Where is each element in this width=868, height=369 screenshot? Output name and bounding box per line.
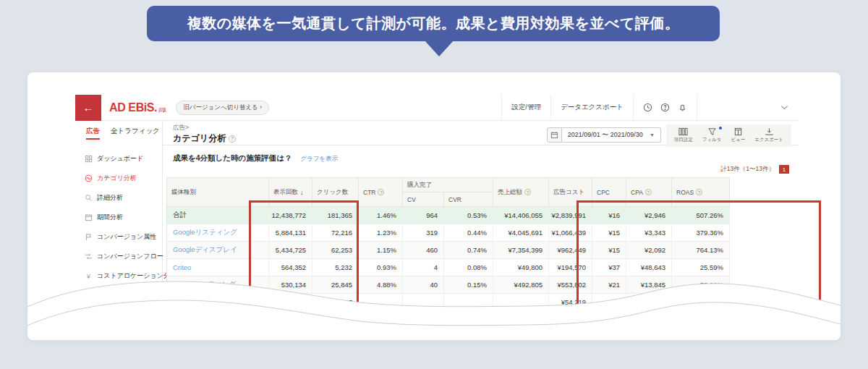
title-help-icon[interactable]: ? <box>229 135 236 143</box>
col-header-impressions[interactable]: 表示回数 ↓ <box>269 178 312 207</box>
sidebar-item-label: カテゴリ分析 <box>97 174 137 183</box>
sort-desc-icon[interactable]: ↓ <box>300 189 304 196</box>
view-icon <box>733 127 743 136</box>
export-download-icon <box>765 127 774 136</box>
view-button[interactable]: ビュー <box>731 127 745 145</box>
cell-cv: 964 <box>403 207 444 224</box>
calendar-icon[interactable] <box>547 127 562 143</box>
col-header-cost[interactable]: 広告コスト <box>549 178 592 207</box>
back-button[interactable]: ← <box>75 95 101 121</box>
cell-impressions: 5,434,725 <box>269 242 312 259</box>
date-range-input[interactable]: 2021/09/01 〜 2021/09/30 ▼ <box>562 127 661 143</box>
navbar-icons <box>633 95 697 120</box>
sidebar-item-yen[interactable]: ¥コストアロケーション分析 <box>75 266 162 286</box>
cell-cpc: ¥15 <box>592 224 626 242</box>
cell-impressions <box>269 294 312 311</box>
bell-icon[interactable] <box>678 103 687 112</box>
cell-roas: 25.59% <box>672 259 730 276</box>
breadcrumb: 広告> <box>173 124 236 132</box>
cell-cpa: ¥2,946 <box>626 207 672 224</box>
page-title: カテゴリ分析 ? <box>173 132 236 145</box>
category-table: 媒体種別 表示回数 ↓ クリック数 CTR ? 購入完了 CV CVR 売上総額 <box>166 177 730 311</box>
roas-help-icon[interactable]: ? <box>696 189 702 195</box>
question-bar: 成果を4分類した時の施策評価は？ グラフを表示 <box>163 145 799 164</box>
cell-cpa: ¥3,343 <box>626 224 672 242</box>
search-icon <box>85 194 93 202</box>
history-clock-icon[interactable] <box>643 103 652 112</box>
result-count: 計13件（1〜13件） 1 <box>720 165 789 174</box>
cell-ctr: 1.15% <box>359 242 403 259</box>
filter-active-dot <box>719 127 722 130</box>
version-switch-button[interactable]: 旧バージョンへ切り替える › <box>176 101 269 115</box>
cell-revenue <box>493 294 549 311</box>
col-header-clicks[interactable]: クリック数 <box>312 178 359 207</box>
date-range-picker: 2021/09/01 〜 2021/09/30 ▼ <box>547 127 661 143</box>
sidebar-item-calendar[interactable]: 期間分析 <box>75 208 162 227</box>
cell-ctr: 0.93% <box>359 259 403 276</box>
col-header-roas[interactable]: ROAS ? <box>672 178 730 207</box>
sidebar-item-label: 詳細分析 <box>97 193 123 203</box>
sidebar-item-category[interactable]: カテゴリ分析 <box>75 169 162 188</box>
cell-cvr: 0.08% <box>444 259 493 276</box>
col-header-cvr[interactable]: CVR <box>444 192 493 207</box>
chevron-down-icon[interactable] <box>780 104 788 111</box>
tab-all-traffic[interactable]: 全トラフィック <box>111 127 160 140</box>
tab-ads[interactable]: 広告 <box>86 127 100 140</box>
flag-icon <box>85 233 93 241</box>
cell-cost: ¥962,449 <box>549 242 592 259</box>
cell-cost: ¥54,219 <box>549 294 592 311</box>
filter-icon <box>707 127 717 136</box>
sidebar-item-label: ダッシュボード <box>97 154 143 164</box>
cell-roas <box>672 294 730 311</box>
cell-roas: 507.26% <box>672 207 730 224</box>
media-cell[interactable]: Criteo <box>167 259 269 276</box>
cell-cpa: ¥2,092 <box>626 242 672 259</box>
sidebar-item-label: LTV分析 <box>97 291 122 300</box>
sidebar-item-label: コンバージョン属性 <box>97 232 156 242</box>
cell-roas: 379.36% <box>672 224 730 242</box>
cell-cpc: ¥37 <box>592 259 626 276</box>
sidebar-item-dashboard[interactable]: ダッシュボード <box>75 149 162 169</box>
cell-revenue: ¥492,805 <box>493 276 549 294</box>
col-header-cpa[interactable]: CPA ? <box>626 178 672 207</box>
data-export-menu[interactable]: データエクスポート <box>550 95 633 120</box>
media-cell[interactable]: Googleリスティング <box>167 224 269 242</box>
col-header-media[interactable]: 媒体種別 <box>167 178 269 207</box>
sidebar-item-search[interactable]: 詳細分析 <box>75 188 162 208</box>
col-header-revenue[interactable]: 売上総額 ? <box>493 178 549 207</box>
pagination-page-1[interactable]: 1 <box>779 165 789 174</box>
cell-clicks: 62,253 <box>312 242 359 259</box>
cell-cost: ¥2,839,991 <box>549 207 592 224</box>
settings-menu[interactable]: 設定/管理 <box>501 95 550 120</box>
sidebar-item-ltv[interactable]: LTV分析 <box>75 286 162 305</box>
col-header-ctr[interactable]: CTR ? <box>359 178 403 207</box>
cell-clicks: 25,845 <box>312 276 359 294</box>
top-navbar: ← AD EBiS. β版 旧バージョンへ切り替える › 設定/管理 データエク… <box>75 95 799 121</box>
ctr-help-icon[interactable]: ? <box>378 189 384 195</box>
calendar-icon <box>85 213 93 221</box>
media-cell[interactable]: ヤフーリスティング <box>167 276 269 294</box>
cell-cpa <box>626 294 672 311</box>
question-text: 成果を4分類した時の施策評価は？ <box>173 153 292 162</box>
help-circle-icon[interactable] <box>660 103 670 112</box>
media-cell[interactable]: Googleディスプレイ <box>167 242 269 259</box>
column-settings-button[interactable]: 項目設定 <box>674 127 693 145</box>
revenue-help-icon[interactable]: ? <box>524 189 531 195</box>
cell-revenue: ¥49,800 <box>493 259 549 276</box>
sidebar-item-label: コンバージョンフロー <box>97 252 163 261</box>
filter-button[interactable]: フィルタ <box>702 127 722 145</box>
sidebar-menu: ダッシュボードカテゴリ分析詳細分析期間分析コンバージョン属性コンバージョンフロー… <box>75 144 162 305</box>
main-content: 広告> カテゴリ分析 ? 2021/09/01 〜 2021/09 <box>163 121 799 340</box>
cell-cost: ¥1,066,439 <box>549 224 592 242</box>
export-button[interactable]: エクスポート <box>754 127 783 145</box>
cell-revenue: ¥14,406,055 <box>493 207 549 224</box>
sidebar-item-flow[interactable]: コンバージョンフロー <box>75 247 162 266</box>
cell-cvr: 0.15% <box>444 276 493 294</box>
cpa-help-icon[interactable]: ? <box>645 189 652 195</box>
sidebar-item-flag[interactable]: コンバージョン属性 <box>75 227 162 247</box>
cell-clicks: 4,587 <box>312 294 359 311</box>
col-header-cpc[interactable]: CPC <box>592 178 626 207</box>
cell-impressions: 564,352 <box>269 259 312 276</box>
show-graph-link[interactable]: グラフを表示 <box>301 155 339 162</box>
col-header-cv[interactable]: CV <box>403 192 444 207</box>
